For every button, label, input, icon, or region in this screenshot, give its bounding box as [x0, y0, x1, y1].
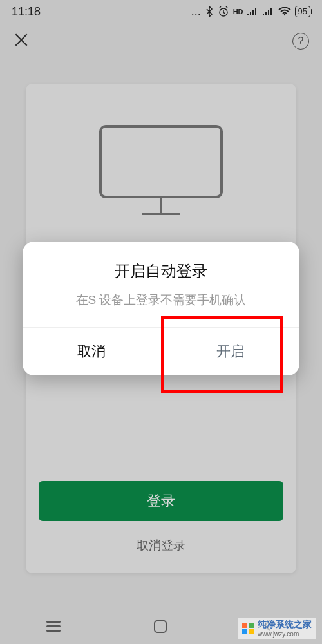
status-bar: 11:18 ... HD 95	[0, 0, 322, 23]
signal-icon	[247, 7, 259, 16]
svg-point-1	[283, 14, 285, 15]
status-dots: ...	[191, 5, 201, 19]
watermark: 纯净系统之家 www.jwzy.com	[238, 618, 316, 639]
alarm-icon	[218, 6, 229, 17]
dialog-confirm-button[interactable]: 开启	[162, 328, 300, 375]
dialog-actions: 取消 开启	[23, 327, 299, 375]
nav-recent-icon[interactable]	[46, 625, 61, 627]
monitor-icon	[97, 122, 225, 222]
nav-home-icon[interactable]	[154, 620, 167, 633]
close-icon[interactable]	[13, 32, 30, 51]
top-bar: ?	[0, 23, 322, 59]
help-icon[interactable]: ?	[292, 33, 309, 50]
wifi-icon	[278, 7, 291, 16]
watermark-text: 纯净系统之家	[258, 619, 312, 630]
auto-login-dialog: 开启自动登录 在S 设备上登录不需要手机确认 取消 开启	[23, 242, 299, 375]
hd-icon: HD	[233, 8, 243, 15]
dialog-message: 在S 设备上登录不需要手机确认	[35, 292, 287, 309]
bluetooth-icon	[205, 6, 214, 17]
watermark-logo-icon	[242, 623, 254, 634]
battery-icon: 95	[295, 6, 310, 17]
dialog-cancel-button[interactable]: 取消	[23, 328, 162, 375]
login-button[interactable]: 登录	[39, 481, 283, 521]
dialog-title: 开启自动登录	[35, 261, 287, 281]
watermark-url: www.jwzy.com	[258, 630, 312, 638]
status-time: 11:18	[12, 5, 41, 19]
signal-icon-2	[263, 7, 274, 16]
svg-rect-2	[100, 126, 222, 197]
cancel-login-link[interactable]: 取消登录	[137, 537, 185, 554]
